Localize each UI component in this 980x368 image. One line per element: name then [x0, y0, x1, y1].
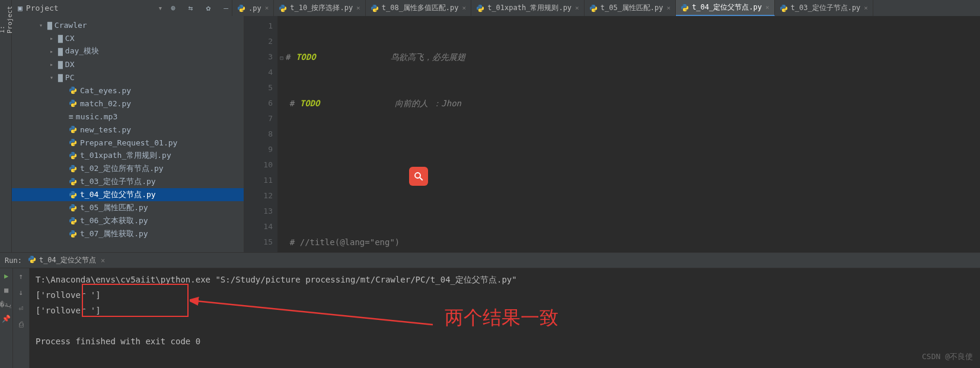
editor-tab[interactable]: t_10_按序选择.py× [274, 0, 365, 16]
line-number: 15 [244, 234, 273, 250]
tree-row[interactable]: ▸▇CX [12, 31, 244, 45]
editor-tab[interactable]: t_01xpath_常用规则.py× [471, 0, 585, 16]
run-toolbar-left: ▶ ■ �ية 📌 [0, 268, 13, 368]
chevron-icon: ▸ [50, 61, 58, 68]
close-tab-icon[interactable]: × [265, 4, 269, 12]
console-line: ['rollover '] [36, 287, 974, 303]
tree-row[interactable]: t_01xpath_常用规则.py [12, 149, 244, 162]
chevron-icon: ▾ [50, 74, 58, 81]
tree-label: music.mp3 [76, 112, 117, 121]
watermark: CSDN @不良使 [922, 349, 973, 364]
stop-icon[interactable]: ■ [4, 286, 8, 294]
close-tab-icon[interactable]: × [667, 4, 671, 12]
project-dropdown-icon[interactable]: ▾ [158, 4, 162, 12]
python-icon [681, 4, 689, 12]
tree-row[interactable]: ▾▇PC [12, 71, 244, 84]
tree-label: CX [65, 34, 75, 43]
tree-row[interactable]: new_test.py [12, 123, 244, 136]
tree-row[interactable]: ≡music.mp3 [12, 110, 244, 123]
python-icon [69, 177, 77, 186]
close-run-tab-icon[interactable]: × [101, 256, 105, 265]
tree-row[interactable]: Prepare_Request_01.py [12, 136, 244, 149]
python-icon [69, 99, 77, 107]
python-icon [69, 204, 77, 212]
tab-label: t_10_按序选择.py [290, 3, 353, 13]
tree-label: Crawler [55, 21, 87, 30]
line-number: 13 [244, 204, 273, 219]
line-number: 4 [244, 65, 273, 80]
line-number: 7 [244, 111, 273, 126]
line-number: 2 [244, 34, 273, 49]
editor-tabs: .py×t_10_按序选择.py×t_08_属性多值匹配.py×t_01xpat… [232, 0, 980, 16]
tree-label: DX [65, 60, 75, 69]
hide-icon[interactable]: — [224, 4, 228, 12]
close-tab-icon[interactable]: × [575, 4, 579, 12]
up-icon[interactable]: ↑ [19, 272, 24, 281]
tree-label: Prepare_Request_01.py [80, 138, 177, 147]
line-number: 11 [244, 173, 273, 188]
tree-row[interactable]: match_02.py [12, 97, 244, 110]
line-number: 1 [244, 18, 273, 34]
exit-icon[interactable]: �ية [0, 300, 12, 309]
tree-row[interactable]: t_05_属性匹配.py [12, 201, 244, 214]
search-overlay-icon[interactable] [409, 167, 428, 186]
tree-row[interactable]: ▸▇day_模块 [12, 45, 244, 58]
editor-tab[interactable]: t_05_属性匹配.py× [585, 0, 676, 16]
line-gutter: 123456789101112131415 [244, 16, 277, 252]
console-line: Process finished with exit code 0 [36, 334, 974, 349]
python-icon [476, 4, 484, 12]
line-number: 10 [244, 157, 273, 173]
expand-icon[interactable]: ⇆ [189, 4, 193, 12]
tree-row[interactable]: t_04_定位父节点.py [12, 188, 244, 201]
chevron-icon: ▸ [50, 35, 58, 42]
tree-label: t_03_定位子节点.py [80, 176, 156, 187]
down-icon[interactable]: ↓ [19, 288, 24, 297]
close-tab-icon[interactable]: × [462, 4, 467, 12]
project-header: ▣ Project ▾ ⊕ ⇆ ✿ — [12, 0, 232, 16]
editor-tab[interactable]: .py× [232, 0, 274, 16]
tab-label: .py [248, 4, 261, 12]
folder-icon: ▇ [58, 47, 63, 56]
tree-label: new_test.py [80, 125, 131, 134]
print-icon[interactable]: ⎙ [19, 320, 24, 329]
tab-label: t_03_定位子节点.py [791, 3, 861, 13]
rerun-icon[interactable]: ▶ [4, 272, 8, 280]
editor-tab[interactable]: t_08_属性多值匹配.py× [366, 0, 471, 16]
settings-icon[interactable]: ✿ [206, 4, 211, 12]
tree-label: day_模块 [65, 46, 99, 56]
close-tab-icon[interactable]: × [356, 4, 360, 12]
editor-tab[interactable]: t_04_定位父节点.py× [676, 0, 774, 16]
tree-row[interactable]: t_02_定位所有节点.py [12, 162, 244, 175]
python-icon [28, 255, 36, 265]
tree-row[interactable]: Cat_eyes.py [12, 84, 244, 97]
python-icon [780, 4, 788, 12]
close-tab-icon[interactable]: × [765, 4, 770, 11]
editor-tab[interactable]: t_03_定位子节点.py× [775, 0, 873, 16]
tree-row[interactable]: ▸▇DX [12, 58, 244, 71]
console-output[interactable]: T:\Anaconda\envs\cv5aiit\python.exe "S:/… [30, 268, 980, 368]
run-tab-name[interactable]: t_04_定位父节点 [39, 255, 96, 265]
tree-label: PC [65, 73, 75, 82]
tree-row[interactable]: t_07_属性获取.py [12, 227, 244, 240]
pin-icon[interactable]: 📌 [2, 315, 11, 323]
close-tab-icon[interactable]: × [864, 4, 868, 12]
tree-row[interactable]: ▾▇Crawler [12, 18, 244, 31]
python-icon [69, 125, 77, 134]
svg-line-1 [420, 177, 423, 180]
line-number: 8 [244, 126, 273, 142]
project-tree[interactable]: ▾▇Crawler▸▇CX▸▇day_模块▸▇DX▾▇PCCat_eyes.py… [12, 16, 244, 252]
locate-icon[interactable]: ⊕ [171, 4, 175, 12]
folder-icon: ▇ [58, 60, 63, 69]
code-area[interactable]: ⊟# TODO 鸟欲高飞，必先展翅 # TODO 向前的人 ：Jhon # //… [277, 16, 980, 252]
tab-label: t_05_属性匹配.py [601, 3, 663, 13]
line-number: 6 [244, 96, 273, 111]
tab-label: t_08_属性多值匹配.py [382, 3, 459, 13]
tree-row[interactable]: t_06_文本获取.py [12, 214, 244, 227]
project-tool-tab[interactable]: 1: Project [0, 0, 12, 16]
tree-row[interactable]: t_03_定位子节点.py [12, 175, 244, 188]
wrap-icon[interactable]: ⏎ [19, 304, 24, 313]
code-editor[interactable]: 123456789101112131415 ⊟# TODO 鸟欲高飞，必先展翅 … [244, 16, 980, 252]
folder-icon: ▇ [58, 73, 63, 82]
tree-label: match_02.py [80, 99, 131, 108]
python-icon [69, 138, 77, 147]
